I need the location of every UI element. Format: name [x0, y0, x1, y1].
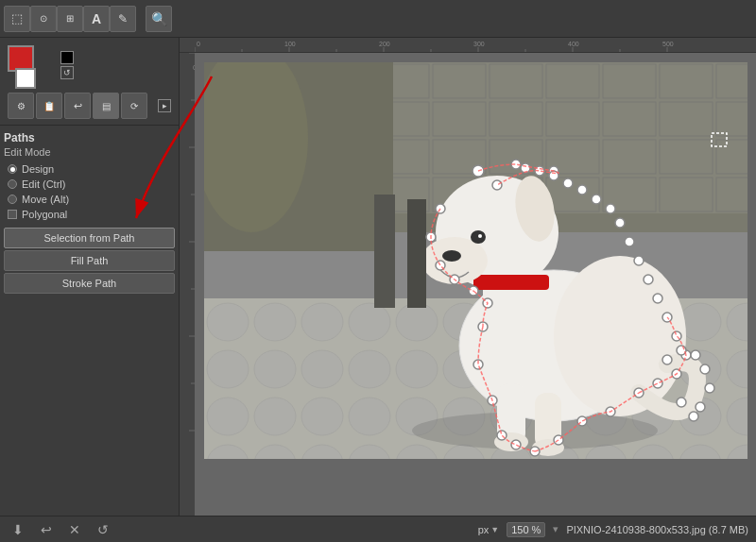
- canvas-area: 0 100 200 300 400 500: [180, 38, 756, 516]
- reset-colors-icon[interactable]: ↺: [60, 66, 74, 79]
- marquee-tool[interactable]: ⬚: [4, 6, 30, 32]
- design-mode-label: Design: [22, 163, 54, 175]
- svg-text:100: 100: [284, 41, 296, 47]
- svg-text:400: 400: [568, 41, 579, 47]
- fuzzy-select-tool[interactable]: ⊙: [30, 6, 57, 32]
- panel-menu-btn[interactable]: ▸: [158, 99, 171, 112]
- unit-label: px: [478, 524, 490, 535]
- export-icon[interactable]: ⬇: [8, 519, 28, 540]
- svg-point-69: [497, 431, 507, 440]
- svg-point-86: [606, 204, 615, 213]
- layers-tab[interactable]: ▤: [93, 93, 119, 119]
- svg-point-95: [696, 402, 705, 412]
- svg-point-53: [554, 256, 686, 416]
- svg-point-93: [677, 398, 686, 407]
- zoom-separator: ▾: [553, 523, 558, 535]
- swap-colors-icon[interactable]: [60, 51, 74, 64]
- svg-point-70: [511, 440, 521, 449]
- canvas-viewport[interactable]: [195, 53, 756, 516]
- svg-rect-19: [180, 53, 195, 516]
- polygonal-checkbox[interactable]: [8, 210, 17, 219]
- svg-point-85: [615, 218, 625, 228]
- path-buttons-area: Selection from Path Fill Path Stroke Pat…: [4, 228, 175, 294]
- status-bar: ⬇ ↩ ✕ ↺ px ▼ 150 % ▾ PIXNIO-2410938-800x…: [0, 516, 756, 542]
- svg-point-100: [662, 355, 672, 364]
- tool-options-tab[interactable]: ⚙: [8, 93, 34, 119]
- svg-rect-54: [374, 195, 395, 308]
- svg-point-47: [478, 234, 482, 238]
- svg-point-96: [705, 383, 714, 393]
- svg-text:200: 200: [379, 41, 390, 47]
- svg-point-87: [592, 195, 601, 204]
- move-alt-mode-label: Move (Alt): [22, 194, 69, 205]
- filename-label: PIXNIO-2410938-800x533.jpg (8.7 MB): [566, 524, 748, 535]
- design-mode-radio[interactable]: [8, 164, 17, 174]
- edit-ctrl-mode-radio[interactable]: [8, 179, 17, 189]
- svg-rect-34: [393, 62, 747, 213]
- svg-point-76: [653, 379, 662, 388]
- delete-icon[interactable]: ✕: [64, 519, 85, 540]
- svg-point-45: [442, 250, 461, 262]
- stroke-path-btn[interactable]: Stroke Path: [4, 273, 175, 294]
- edit-mode-label: Edit Mode: [4, 146, 175, 158]
- svg-point-46: [471, 230, 486, 244]
- design-mode-option[interactable]: Design: [4, 161, 175, 177]
- zoom-level[interactable]: 150 %: [507, 522, 545, 537]
- selection-from-path-btn[interactable]: Selection from Path: [4, 228, 175, 248]
- edit-ctrl-mode-option[interactable]: Edit (Ctrl): [4, 177, 175, 192]
- measure-tool[interactable]: ⊞: [57, 6, 83, 32]
- unit-dropdown-arrow: ▼: [490, 525, 499, 534]
- svg-text:0: 0: [197, 41, 200, 47]
- svg-rect-1: [195, 38, 743, 53]
- move-alt-mode-radio[interactable]: [8, 195, 17, 204]
- undo-icon[interactable]: ↩: [36, 519, 57, 540]
- svg-text:300: 300: [473, 41, 485, 47]
- svg-text:500: 500: [662, 41, 674, 47]
- ruler-top-svg: 0 100 200 300 400 500: [195, 38, 743, 53]
- paths-panel-title: Paths: [4, 131, 175, 144]
- search-tool[interactable]: 🔍: [146, 6, 172, 32]
- pencil-tool[interactable]: ✎: [110, 6, 136, 32]
- move-alt-mode-option[interactable]: Move (Alt): [4, 192, 175, 207]
- dog-scene-svg: [204, 62, 747, 459]
- color-swatch-area: ↺: [4, 43, 175, 87]
- ruler-left: 0: [180, 53, 195, 516]
- svg-point-59: [492, 180, 502, 190]
- edit-ctrl-mode-label: Edit (Ctrl): [22, 178, 65, 190]
- polygonal-option[interactable]: Polygonal: [4, 207, 175, 222]
- polygonal-label: Polygonal: [22, 209, 67, 220]
- document-tab[interactable]: 📋: [36, 93, 62, 119]
- top-toolbar: ⬚ ⊙ ⊞ A ✎ 🔍: [0, 0, 756, 38]
- ruler-top: 0 100 200 300 400 500: [180, 38, 756, 53]
- left-sidebar: ↺ ⚙ 📋 ↩ ▤ ⟳ ▸ Paths Edit Mode Design: [0, 38, 180, 516]
- fill-path-btn[interactable]: Fill Path: [4, 250, 175, 271]
- toolbox: ↺ ⚙ 📋 ↩ ▤ ⟳ ▸: [0, 38, 179, 125]
- svg-point-97: [700, 364, 710, 374]
- text-tool[interactable]: A: [83, 6, 110, 32]
- main-area: ↺ ⚙ 📋 ↩ ▤ ⟳ ▸ Paths Edit Mode Design: [0, 38, 756, 516]
- svg-rect-43: [473, 275, 549, 290]
- svg-point-89: [563, 178, 573, 188]
- svg-point-82: [644, 275, 653, 284]
- svg-rect-55: [407, 199, 426, 308]
- svg-point-83: [634, 256, 644, 265]
- svg-point-99: [677, 346, 686, 355]
- unit-dropdown[interactable]: px ▼: [478, 524, 500, 535]
- svg-point-79: [672, 331, 681, 341]
- svg-point-94: [689, 412, 698, 421]
- svg-point-81: [653, 294, 662, 303]
- paths-tab[interactable]: ⟳: [121, 93, 147, 119]
- svg-point-88: [577, 185, 587, 195]
- svg-point-98: [691, 350, 700, 360]
- ruler-left-svg: 0: [180, 53, 195, 516]
- tool-mode-row: ⚙ 📋 ↩ ▤ ⟳ ▸: [4, 91, 175, 121]
- undo-tab[interactable]: ↩: [64, 93, 91, 119]
- bg-color-swatch[interactable]: [15, 68, 36, 89]
- svg-point-84: [625, 237, 634, 246]
- reset-icon[interactable]: ↺: [93, 519, 113, 540]
- canvas-image: [204, 62, 747, 459]
- paths-panel: Paths Edit Mode Design Edit (Ctrl) Move …: [0, 125, 179, 301]
